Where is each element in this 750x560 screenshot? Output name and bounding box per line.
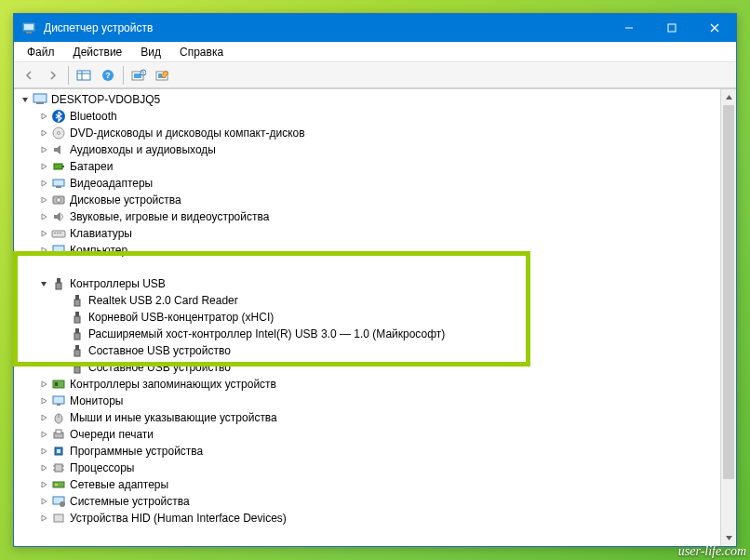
tree-category-ide-cutoff[interactable]: IDE ATA/ATAPI [14,259,720,275]
titlebar[interactable]: Диспетчер устройств [14,14,736,42]
toolbar-scan-button[interactable] [127,65,150,86]
tree-item-label: Аудиовходы и аудиовыходы [70,141,216,158]
expand-icon[interactable] [36,209,51,224]
collapse-icon[interactable] [18,92,33,107]
tree-category-cpu[interactable]: Процессоры [14,460,720,476]
tree-usb-item[interactable]: Расширяемый хост-контроллер Intel(R) USB… [14,326,720,342]
maximize-button[interactable] [650,14,693,42]
expand-icon[interactable] [36,460,51,475]
expand-icon[interactable] [36,410,51,425]
tree-category-disk[interactable]: Дисковые устройства [14,192,720,208]
usb-device-icon [70,360,85,375]
svg-point-27 [57,198,61,203]
disc-icon [51,126,66,140]
menu-action[interactable]: Действие [64,44,132,60]
tree-item-label: Расширяемый хост-контроллер Intel(R) USB… [88,326,445,342]
expand-icon[interactable] [36,126,51,140]
hid-icon [51,511,66,526]
tree-pane: DESKTOP-VDOBJQ5 Bluetooth DVD-дисководы … [14,88,736,546]
expand-icon[interactable] [36,243,51,258]
expand-icon[interactable] [36,377,51,392]
tree-item-label: Очереди печати [70,426,154,443]
svg-rect-49 [57,404,60,406]
watermark: user-life.com [678,544,746,559]
tree-category-mouse[interactable]: Мыши и иные указывающие устройства [14,409,720,426]
network-icon [51,477,66,492]
scroll-track[interactable] [721,105,736,530]
tree-usb-item[interactable]: Составное USB устройство [14,359,720,376]
svg-rect-13 [134,73,141,78]
expand-icon[interactable] [36,511,51,526]
svg-rect-25 [56,186,61,188]
tree-category-dvd[interactable]: DVD-дисководы и дисководы компакт-дисков [14,125,720,141]
tree-item-label: Составное USB устройство [88,359,231,376]
tree-item-label: Мыши и иные указывающие устройства [70,409,277,426]
svg-rect-48 [53,396,64,404]
svg-rect-24 [53,180,64,186]
tree-root[interactable]: DESKTOP-VDOBJQ5 [14,91,720,108]
scroll-up-button[interactable] [721,89,736,105]
svg-rect-53 [56,430,61,433]
scroll-thumb[interactable] [723,105,734,479]
expand-icon[interactable] [36,260,51,274]
svg-rect-32 [53,246,64,253]
tree-category-software[interactable]: Программные устройства [14,443,720,460]
device-manager-window: Диспетчер устройств Файл Действие Вид Сп… [13,13,737,547]
vertical-scrollbar[interactable] [720,89,736,546]
expand-icon[interactable] [36,393,51,408]
expand-icon[interactable] [36,193,51,207]
toolbar-back-button[interactable] [18,65,40,86]
tree-item-label: Составное USB устройство [88,342,231,359]
tree-usb-item[interactable]: Realtek USB 2.0 Card Reader [14,292,720,309]
menu-file[interactable]: Файл [18,44,64,60]
tree-category-battery[interactable]: Батареи [14,158,720,175]
tree-category-sound[interactable]: Звуковые, игровые и видеоустройства [14,208,720,225]
expand-icon[interactable] [36,477,51,492]
tree-category-network[interactable]: Сетевые адаптеры [14,476,720,493]
svg-rect-29 [54,233,56,233]
tree-category-keyboard[interactable]: Клавиатуры [14,225,720,242]
tree-category-monitor[interactable]: Мониторы [14,393,720,409]
tree-item-label: Системные устройства [70,493,190,510]
svg-rect-7 [77,71,90,80]
tree-category-video[interactable]: Видеоадаптеры [14,175,720,192]
expand-icon[interactable] [36,427,51,442]
chip-icon [51,444,66,459]
expand-icon[interactable] [36,176,51,191]
collapse-icon[interactable] [36,276,51,291]
expand-icon[interactable] [36,159,51,174]
menu-view[interactable]: Вид [131,44,170,60]
system-icon [51,494,66,509]
tree-category-bluetooth[interactable]: Bluetooth [14,108,720,125]
tree-item-label: Звуковые, игровые и видеоустройства [70,208,269,225]
toolbar-help-button[interactable]: ? [97,65,119,86]
svg-rect-47 [55,382,58,386]
toolbar-properties-button[interactable] [152,65,174,86]
close-button[interactable] [693,14,736,42]
menubar: Файл Действие Вид Справка [14,42,736,62]
toolbar-show-hidden-button[interactable] [73,65,95,86]
tree-category-usb[interactable]: Контроллеры USB [14,275,720,292]
expand-icon[interactable] [36,494,51,509]
tree-item-label: Компьютер [70,242,127,259]
tree-category-hid-cutoff[interactable]: Устройства HID (Human Interface Devices) [14,510,720,527]
tree-category-system[interactable]: Системные устройства [14,493,720,510]
expand-icon[interactable] [36,109,51,124]
tree-category-audio[interactable]: Аудиовходы и аудиовыходы [14,141,720,158]
tree-category-computer[interactable]: Компьютер [14,242,720,259]
tree-item-label: Батареи [70,158,113,175]
tree-item-label: Контроллеры USB [70,275,166,292]
expand-icon[interactable] [36,444,51,459]
device-tree[interactable]: DESKTOP-VDOBJQ5 Bluetooth DVD-дисководы … [14,89,720,546]
tree-item-label: Bluetooth [70,108,117,125]
tree-usb-item[interactable]: Составное USB устройство [14,342,720,359]
expand-icon[interactable] [36,226,51,241]
menu-help[interactable]: Справка [170,44,233,60]
expand-icon[interactable] [36,142,51,157]
tree-item-label: DVD-дисководы и дисководы компакт-дисков [70,125,305,141]
toolbar-forward-button[interactable] [42,65,64,86]
tree-category-storage[interactable]: Контроллеры запоминающих устройств [14,376,720,393]
tree-usb-item[interactable]: Корневой USB-концентратор (xHCI) [14,309,720,326]
minimize-button[interactable] [608,14,650,42]
tree-category-printqueue[interactable]: Очереди печати [14,426,720,443]
